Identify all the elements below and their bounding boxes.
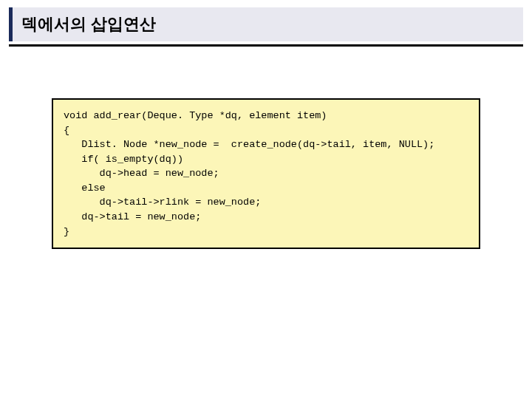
- code-line: dq->tail = new_node;: [64, 211, 201, 222]
- code-line: Dlist. Node *new_node = create_node(dq->…: [64, 139, 434, 150]
- code-line: if( is_empty(dq)): [64, 154, 183, 165]
- code-line: }: [64, 226, 69, 237]
- code-line: else: [64, 183, 106, 194]
- code-line: dq->head = new_node;: [64, 168, 219, 179]
- header-divider: [9, 44, 523, 47]
- code-block: void add_rear(Deque. Type *dq, element i…: [52, 98, 480, 249]
- slide-title: 덱에서의 삽입연산: [21, 13, 514, 35]
- code-line: dq->tail->rlink = new_node;: [64, 197, 261, 208]
- code-line: {: [64, 125, 69, 136]
- slide-header: 덱에서의 삽입연산: [9, 7, 523, 41]
- code-line: void add_rear(Deque. Type *dq, element i…: [64, 110, 327, 121]
